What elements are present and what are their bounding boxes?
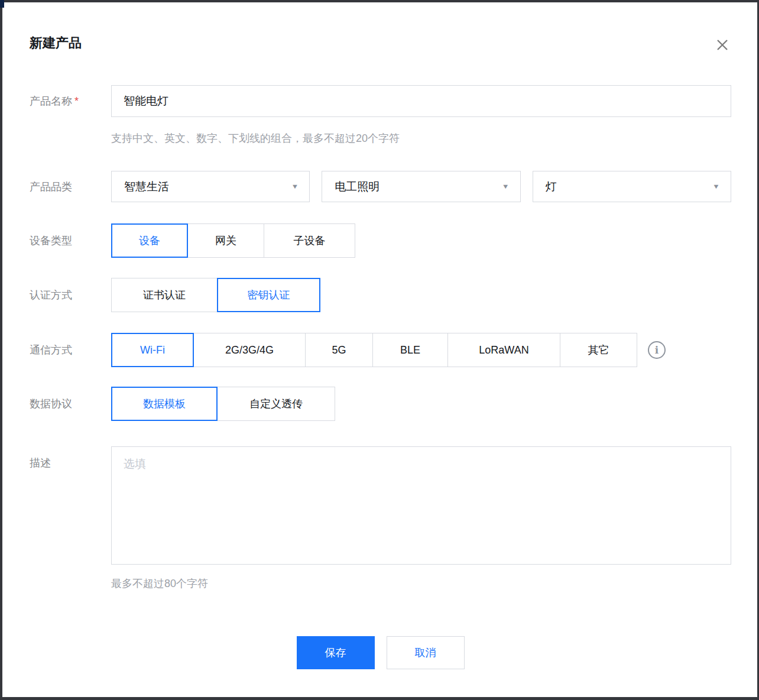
data-protocol-group: 数据模板自定义透传 bbox=[111, 387, 731, 421]
dialog-footer: 保存 取消 bbox=[30, 636, 731, 669]
comm-method-option-3[interactable]: 5G bbox=[305, 333, 373, 367]
category-select-level1-value: 智慧生活 bbox=[124, 179, 169, 195]
info-icon[interactable]: i bbox=[648, 341, 666, 359]
category-select-level3-value: 灯 bbox=[546, 179, 557, 195]
category-label: 产品品类 bbox=[30, 180, 111, 194]
category-select-level2-value: 电工照明 bbox=[335, 179, 380, 195]
chevron-down-icon: ▼ bbox=[291, 183, 299, 190]
auth-method-label: 认证方式 bbox=[30, 288, 111, 302]
page-background: 新建产品 产品名称* 支持中文、英文、数字、下划线的组合，最多不超过20个字符 … bbox=[0, 0, 759, 700]
close-button[interactable] bbox=[713, 37, 731, 54]
category-select-level1[interactable]: 智慧生活 ▼ bbox=[111, 171, 310, 202]
device-type-option-2[interactable]: 网关 bbox=[187, 223, 264, 258]
comm-method-option-6[interactable]: 其它 bbox=[560, 333, 637, 367]
comm-method-option-1[interactable]: Wi-Fi bbox=[111, 333, 194, 367]
auth-method-group: 证书认证密钥认证 bbox=[111, 278, 731, 312]
device-type-group: 设备网关子设备 bbox=[111, 223, 731, 258]
description-row: 描述 最多不超过80个字符 bbox=[30, 446, 731, 591]
product-name-row: 产品名称* 支持中文、英文、数字、下划线的组合，最多不超过20个字符 bbox=[30, 85, 731, 146]
device-type-row: 设备类型 设备网关子设备 bbox=[30, 223, 731, 258]
device-type-option-1[interactable]: 设备 bbox=[111, 223, 188, 258]
category-select-level2[interactable]: 电工照明 ▼ bbox=[322, 171, 520, 202]
data-protocol-label: 数据协议 bbox=[30, 397, 111, 411]
description-textarea[interactable] bbox=[111, 446, 731, 565]
data-protocol-option-1[interactable]: 数据模板 bbox=[111, 387, 218, 421]
comm-method-row: 通信方式 Wi-Fi2G/3G/4G5GBLELoRaWAN其它 i bbox=[30, 333, 731, 367]
chevron-down-icon: ▼ bbox=[712, 183, 720, 190]
comm-method-group: Wi-Fi2G/3G/4G5GBLELoRaWAN其它 bbox=[111, 333, 637, 367]
product-name-input[interactable] bbox=[111, 85, 731, 117]
data-protocol-row: 数据协议 数据模板自定义透传 bbox=[30, 387, 731, 421]
device-type-label: 设备类型 bbox=[30, 234, 111, 248]
comm-method-option-2[interactable]: 2G/3G/4G bbox=[193, 333, 306, 367]
new-product-dialog: 新建产品 产品名称* 支持中文、英文、数字、下划线的组合，最多不超过20个字符 … bbox=[2, 2, 757, 697]
close-icon bbox=[715, 37, 730, 54]
dialog-title: 新建产品 bbox=[30, 34, 731, 52]
required-mark: * bbox=[74, 95, 79, 107]
auth-method-option-2[interactable]: 密钥认证 bbox=[217, 278, 320, 312]
comm-method-option-5[interactable]: LoRaWAN bbox=[447, 333, 560, 367]
data-protocol-option-2[interactable]: 自定义透传 bbox=[217, 387, 335, 421]
cancel-button[interactable]: 取消 bbox=[387, 636, 465, 669]
save-button[interactable]: 保存 bbox=[297, 636, 375, 669]
category-row: 产品品类 智慧生活 ▼ 电工照明 ▼ 灯 ▼ bbox=[30, 171, 731, 202]
description-label: 描述 bbox=[30, 446, 111, 470]
auth-method-option-1[interactable]: 证书认证 bbox=[111, 278, 218, 312]
description-helper: 最多不超过80个字符 bbox=[111, 576, 731, 591]
auth-method-row: 认证方式 证书认证密钥认证 bbox=[30, 278, 731, 312]
comm-method-option-4[interactable]: BLE bbox=[372, 333, 448, 367]
backdrop-corner bbox=[0, 0, 4, 8]
device-type-option-3[interactable]: 子设备 bbox=[264, 223, 355, 258]
chevron-down-icon: ▼ bbox=[502, 183, 510, 190]
product-name-label: 产品名称* bbox=[30, 85, 111, 117]
category-select-level3[interactable]: 灯 ▼ bbox=[533, 171, 731, 202]
new-product-form: 产品名称* 支持中文、英文、数字、下划线的组合，最多不超过20个字符 产品品类 … bbox=[30, 85, 731, 669]
product-name-helper: 支持中文、英文、数字、下划线的组合，最多不超过20个字符 bbox=[111, 131, 731, 146]
product-name-label-text: 产品名称 bbox=[30, 95, 72, 107]
comm-method-label: 通信方式 bbox=[30, 343, 111, 357]
info-icon-glyph: i bbox=[655, 344, 659, 356]
